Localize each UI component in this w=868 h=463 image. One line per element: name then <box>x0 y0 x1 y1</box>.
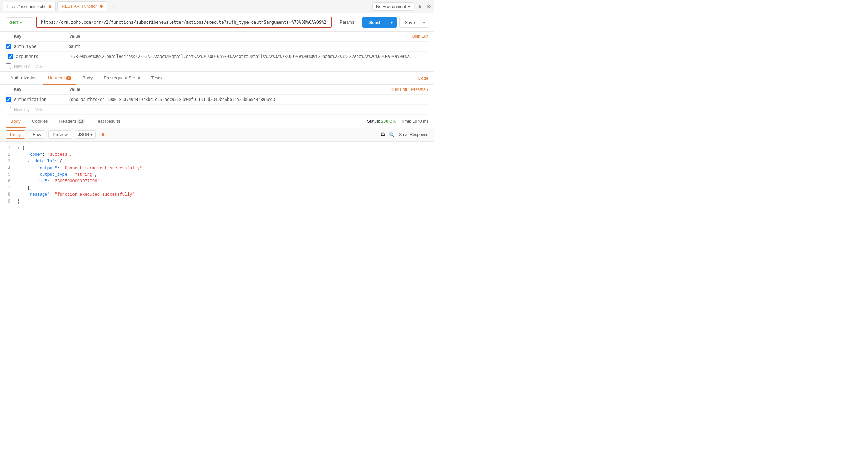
param-row-1-checkbox[interactable] <box>6 44 11 49</box>
save-dropdown-button[interactable]: ▾ <box>420 17 428 27</box>
raw-view-button[interactable]: Raw <box>28 130 45 139</box>
headers-more-icon[interactable]: ··· <box>380 87 387 92</box>
tab-prerequest-script[interactable]: Pre-request Script <box>99 72 145 85</box>
presets-chevron-icon: ▾ <box>426 87 428 92</box>
params-button[interactable]: Params <box>335 17 359 27</box>
code-line-5: "output_type": "string", <box>17 172 431 178</box>
header-row-1-key: Authorization <box>14 97 66 102</box>
param-new-value[interactable]: Value <box>35 64 46 69</box>
param-row-1-value: oauth <box>69 44 428 49</box>
line-num-1: 1 <box>6 145 10 152</box>
environment-select[interactable]: No Environment ▾ <box>372 2 414 11</box>
request-bar: GET ▾ Params Send ▾ Save ▾ <box>0 13 434 32</box>
headers-header: Key Value ··· Bulk Edit Presets ▾ <box>6 85 428 95</box>
response-code-area: 1 2 3 4 5 6 7 8 9 ▾ { "code": "success",… <box>0 142 434 211</box>
line-numbers: 1 2 3 4 5 6 7 8 9 <box>0 145 14 207</box>
eye-icon[interactable]: 👁 <box>417 3 423 10</box>
response-tab-headers[interactable]: Headers18 <box>54 115 89 128</box>
param-new-row: New key Value <box>6 61 428 71</box>
send-dropdown-button[interactable]: ▾ <box>387 17 397 28</box>
line-num-5: 5 <box>6 172 10 178</box>
line-num-3: 3 <box>6 158 10 165</box>
header-new-value[interactable]: Value <box>35 108 46 112</box>
param-row-2-checkbox[interactable] <box>8 54 13 59</box>
tab-rest-api[interactable]: REST API Function <box>57 1 107 11</box>
time-value: 1970 ms <box>413 119 428 124</box>
params-key-header: Key <box>14 34 69 39</box>
header-row-1-value: Zoho-oauthtoken 1000.8607494449c8bc1e392… <box>69 97 428 102</box>
header-new-checkbox[interactable] <box>6 107 11 112</box>
collapse-details-icon[interactable]: ▾ <box>27 159 30 163</box>
tab-tests[interactable]: Tests <box>146 72 166 85</box>
line-num-6: 6 <box>6 178 10 185</box>
code-line-7: }, <box>17 185 431 191</box>
code-link[interactable]: Code <box>418 76 428 81</box>
header-row-authorization: Authorization Zoho-oauthtoken 1000.86074… <box>6 95 428 105</box>
param-new-checkbox[interactable] <box>6 63 11 69</box>
send-button[interactable]: Send <box>362 17 387 28</box>
param-row-2-key: arguments <box>16 54 68 59</box>
header-new-key[interactable]: New key <box>14 107 30 112</box>
tab-body[interactable]: Body <box>78 72 98 85</box>
environment-area: No Environment ▾ 👁 ⚙ <box>372 2 431 11</box>
save-response-button[interactable]: Save Response <box>399 132 428 137</box>
status-label: Status: 200 OK <box>367 119 396 124</box>
response-headers-badge: 18 <box>77 119 85 124</box>
params-value-header: Value <box>69 34 402 39</box>
headers-badge: 1 <box>66 76 71 80</box>
tab-authorization[interactable]: Authorization <box>6 72 42 85</box>
gear-icon[interactable]: ⚙ <box>426 3 431 10</box>
method-select[interactable]: GET ▾ <box>6 17 33 27</box>
tab-actions: + ··· <box>110 3 127 10</box>
tab-rest-label: REST API Function <box>62 4 97 9</box>
response-tab-body[interactable]: Body <box>6 115 26 128</box>
tab-headers[interactable]: Headers1 <box>43 72 76 85</box>
params-bulk-edit[interactable]: Bulk Edit <box>412 34 428 39</box>
save-btn-group: Save ▾ <box>399 17 428 28</box>
chevron-down-icon: ▾ <box>408 4 410 9</box>
collapse-icon[interactable]: ▾ <box>17 146 20 150</box>
method-chevron-icon: ▾ <box>20 20 22 24</box>
param-row-1-key: auth_type <box>14 44 66 49</box>
headers-bulk-edit[interactable]: Bulk Edit <box>391 87 407 92</box>
search-response-button[interactable]: 🔍 <box>389 132 395 137</box>
copy-response-button[interactable]: ⧉ <box>381 131 385 138</box>
param-row-arguments: arguments %7B%0D%0A%09%22emailAddress%22… <box>6 52 428 61</box>
headers-header-actions: ··· Bulk Edit Presets ▾ <box>380 87 428 92</box>
tab-bar: https://accounts.zoho REST API Function … <box>0 0 434 13</box>
pretty-view-button[interactable]: Pretty <box>6 130 25 139</box>
response-actions: ⧉ 🔍 Save Response <box>381 131 428 138</box>
header-row-1-checkbox[interactable] <box>6 97 11 102</box>
response-tab-nav: Body Cookies Headers18 Test Results Stat… <box>0 115 434 128</box>
response-tab-test-results[interactable]: Test Results <box>91 115 125 128</box>
tab-accounts-zoho[interactable]: https://accounts.zoho <box>3 2 56 11</box>
format-label: JSON <box>78 132 89 137</box>
status-value: 200 OK <box>381 119 396 124</box>
env-label: No Environment <box>376 4 406 9</box>
preview-view-button[interactable]: Preview <box>48 130 72 139</box>
wrap-button[interactable]: ≡→ <box>98 130 113 139</box>
headers-key-header: Key <box>14 87 69 92</box>
param-row: auth_type oauth <box>6 42 428 52</box>
add-tab-button[interactable]: + <box>110 3 117 10</box>
response-toolbar: Pretty Raw Preview JSON ▾ ≡→ ⧉ 🔍 Save Re… <box>0 128 434 142</box>
tab-dot <box>49 5 51 8</box>
response-tab-cookies[interactable]: Cookies <box>27 115 53 128</box>
code-line-4: "output": "Consent form sent successfull… <box>17 165 431 172</box>
params-header: Key Value ··· Bulk Edit <box>6 32 428 42</box>
params-more-icon[interactable]: ··· <box>402 34 409 39</box>
url-input[interactable] <box>36 17 332 28</box>
header-new-row: New key Value <box>6 105 428 115</box>
code-line-1: ▾ { <box>17 145 431 152</box>
send-btn-group: Send ▾ <box>362 17 397 28</box>
more-tabs-button[interactable]: ··· <box>118 3 127 10</box>
line-num-7: 7 <box>6 185 10 191</box>
headers-presets-button[interactable]: Presets ▾ <box>411 87 428 92</box>
method-label: GET <box>9 20 19 25</box>
line-num-8: 8 <box>6 191 10 198</box>
code-line-2: "code": "success", <box>17 152 431 158</box>
code-content: ▾ { "code": "success", ▾ "details": { "o… <box>14 145 434 207</box>
save-button[interactable]: Save <box>400 17 420 27</box>
param-new-key[interactable]: New key <box>14 64 30 69</box>
format-select[interactable]: JSON ▾ <box>75 130 96 139</box>
